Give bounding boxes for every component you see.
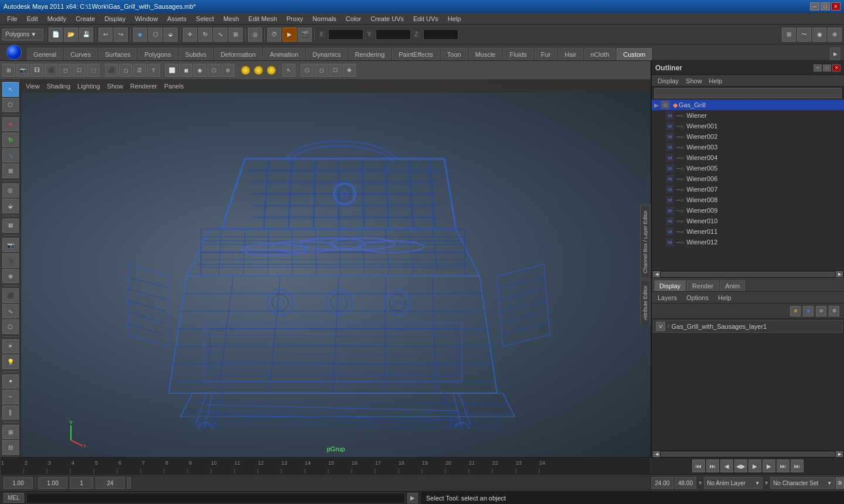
mel-input[interactable]: [26, 493, 405, 503]
tab-animation[interactable]: Animation: [263, 48, 305, 60]
paint-select-tool-btn[interactable]: ⬡: [2, 98, 19, 113]
outliner-menu-display[interactable]: Display: [654, 76, 682, 86]
dynamics-btn[interactable]: ✦: [2, 374, 19, 389]
outliner-close-btn[interactable]: ✕: [832, 64, 840, 71]
rotate-tool-btn[interactable]: ↻: [2, 132, 19, 147]
fluid-btn[interactable]: ~: [2, 390, 19, 404]
tab-arrow-left[interactable]: [4, 44, 25, 60]
tab-muscle[interactable]: Muscle: [469, 48, 502, 60]
play-fwd-btn[interactable]: ▶: [748, 459, 761, 472]
vp-menu-renderer[interactable]: Renderer: [128, 81, 159, 91]
tab-dynamics[interactable]: Dynamics: [306, 48, 347, 60]
vp-btn-18[interactable]: ◻: [315, 64, 328, 77]
outliner-item-wiener011[interactable]: M ─○ Wiener011: [652, 226, 844, 237]
vp-menu-show[interactable]: Show: [105, 81, 126, 91]
tab-custom[interactable]: Custom: [617, 48, 652, 60]
vp-menu-shading[interactable]: Shading: [45, 81, 73, 91]
outliner-menu-show[interactable]: Show: [682, 76, 706, 86]
channel-box-tab[interactable]: Channel Box / Layer Editor: [640, 205, 651, 279]
outliner-item-wiener001[interactable]: M ─○ Wiener001: [652, 121, 844, 131]
menu-file[interactable]: File: [2, 14, 22, 23]
vp-btn-15[interactable]: ⬡: [207, 64, 220, 77]
frame-value-input[interactable]: 1: [70, 477, 93, 489]
vp-btn-10[interactable]: ☰: [133, 64, 146, 77]
outliner-item-wiener006[interactable]: M ─○ Wiener006: [652, 173, 844, 184]
tab-painteffects[interactable]: PaintEffects: [392, 48, 440, 60]
history-btn[interactable]: ⏱: [267, 28, 281, 42]
scale-tool-btn[interactable]: ⤡: [2, 148, 19, 163]
menu-help[interactable]: Help: [443, 14, 466, 23]
vp-btn-1[interactable]: ⊞: [2, 64, 15, 77]
outliner-menu-help[interactable]: Help: [706, 76, 726, 86]
vp-btn-4[interactable]: ⬛: [45, 64, 57, 77]
show-manip-btn[interactable]: ⊠: [2, 219, 19, 233]
tab-ncloth[interactable]: nCloth: [584, 48, 616, 60]
menu-normals[interactable]: Normals: [308, 14, 341, 23]
layer-row[interactable]: V / Gas_Grill_with_Sausages_layer1: [653, 320, 843, 333]
frame-range-handle[interactable]: [127, 477, 131, 489]
outliner-item-wiener002[interactable]: M ─○ Wiener002: [652, 131, 844, 142]
layer-menu-help[interactable]: Help: [714, 293, 735, 302]
menu-edit-uvs[interactable]: Edit UVs: [409, 14, 443, 23]
menu-color[interactable]: Color: [341, 14, 366, 23]
menu-proxy[interactable]: Proxy: [282, 14, 308, 23]
menu-window[interactable]: Window: [130, 14, 162, 23]
hscroll-track[interactable]: [661, 272, 835, 277]
prev-frame-btn[interactable]: ◀: [720, 459, 733, 472]
vp-btn-6[interactable]: ☐: [73, 64, 86, 77]
step-fwd-btn[interactable]: ⏭: [777, 459, 789, 472]
layer-visibility-btn[interactable]: V: [656, 322, 665, 331]
vp-btn-19[interactable]: ☐: [329, 64, 342, 77]
move-tool-btn[interactable]: ✛: [2, 117, 19, 132]
hscroll-left-btn[interactable]: ◀: [653, 271, 660, 277]
tab-subdvs[interactable]: Subdvs: [179, 48, 213, 60]
save-btn[interactable]: 💾: [79, 28, 93, 42]
light-btn-1[interactable]: [241, 66, 250, 75]
play-back-btn[interactable]: ◀▶: [734, 459, 747, 472]
curve-btn[interactable]: ∿: [2, 304, 19, 319]
menu-display[interactable]: Display: [100, 14, 130, 23]
layer-tab-display[interactable]: Display: [654, 280, 686, 291]
layer-add-btn[interactable]: ⊕: [790, 306, 801, 316]
rotate-btn[interactable]: ↻: [198, 28, 212, 42]
mode-dropdown[interactable]: Polygons ▼: [2, 29, 43, 40]
new-scene-btn[interactable]: 📄: [49, 28, 63, 42]
vp-btn-5[interactable]: ◻: [59, 64, 72, 77]
vp-btn-14[interactable]: ◉: [193, 64, 206, 77]
snap-pt-btn[interactable]: ◉: [812, 28, 826, 42]
outliner-item-wiener007[interactable]: M ─○ Wiener007: [652, 184, 844, 195]
vp-btn-7[interactable]: ⬚: [87, 64, 100, 77]
layer2-btn[interactable]: ⊟: [2, 440, 19, 455]
tab-hair[interactable]: Hair: [558, 48, 583, 60]
snap-grid-btn[interactable]: ⊞: [782, 28, 796, 42]
outliner-item-wiener008[interactable]: M ─○ Wiener008: [652, 195, 844, 205]
anim-layer-dropdown[interactable]: No Anim Layer ▼: [704, 477, 763, 489]
vp-btn-8[interactable]: ⬛: [105, 64, 118, 77]
camera2-btn[interactable]: 🎥: [2, 253, 19, 268]
layer-add-sel-btn[interactable]: ⊕: [803, 306, 814, 316]
start-frame-input[interactable]: 1.00: [38, 477, 67, 489]
tab-toon[interactable]: Toon: [441, 48, 468, 60]
layer-remove-btn[interactable]: ⊖: [816, 306, 826, 316]
vp-btn-16[interactable]: ⊛: [222, 64, 234, 77]
coord-y[interactable]: [376, 29, 411, 40]
hair-btn[interactable]: ∥: [2, 406, 19, 420]
light-btn-3[interactable]: [267, 66, 276, 75]
layer-settings-btn[interactable]: ⚙: [829, 306, 839, 316]
universal-manip-btn[interactable]: ⊞: [2, 164, 19, 178]
soft-sel-btn[interactable]: ◎: [248, 28, 262, 42]
layer-tab-anim[interactable]: Anim: [720, 280, 745, 291]
layer-hscroll-track[interactable]: [661, 452, 835, 457]
vp-menu-view[interactable]: View: [23, 81, 42, 91]
character-set-dropdown[interactable]: No Character Set ▼: [770, 477, 835, 489]
surface-btn[interactable]: ⬛: [2, 288, 19, 303]
vp-menu-panels[interactable]: Panels: [162, 81, 186, 91]
move-btn[interactable]: ✛: [183, 28, 197, 42]
go-start-btn[interactable]: ⏮: [692, 459, 705, 472]
vp-btn-3[interactable]: 🎞: [30, 64, 43, 77]
camera-btn[interactable]: 📷: [2, 238, 19, 253]
vp-btn-20[interactable]: ✤: [343, 64, 356, 77]
light-setup-btn[interactable]: 💡: [2, 355, 19, 369]
range-end-input[interactable]: 24.00: [651, 477, 673, 489]
scale-btn[interactable]: ⤡: [213, 28, 227, 42]
